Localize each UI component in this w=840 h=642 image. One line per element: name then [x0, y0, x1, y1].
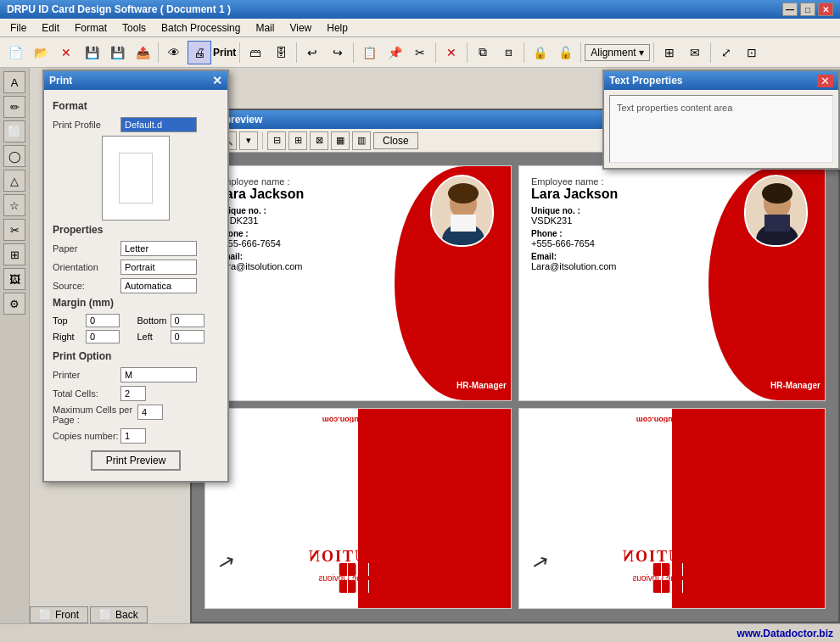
tool-cut[interactable]: ✂ [3, 219, 25, 241]
grid-button[interactable]: ⊞ [658, 41, 681, 64]
tool-image[interactable]: 🖼 [3, 268, 25, 290]
max-cells-label: Maximum Cells per Page : [53, 405, 137, 425]
email-value-1: Lara@itsolution.com [217, 261, 499, 271]
menu-file[interactable]: File [3, 20, 33, 36]
tab-front[interactable]: ⬜ Front [30, 606, 88, 623]
right-input[interactable] [86, 330, 120, 343]
bottom-input[interactable] [171, 314, 204, 327]
preview-zoom-dropdown[interactable]: ▾ [239, 131, 258, 150]
tool-text[interactable]: A [3, 71, 25, 93]
total-cells-input[interactable] [120, 386, 146, 401]
cut-button[interactable]: ✂ [408, 41, 432, 64]
printer-input[interactable] [120, 367, 197, 382]
orientation-input[interactable] [120, 260, 197, 275]
bottom-tabs: ⬜ Front ⬜ Back [30, 606, 148, 623]
delete2-button[interactable]: ✕ [440, 41, 463, 64]
top-label: Top [53, 315, 82, 326]
copies-input[interactable] [120, 428, 146, 444]
role-1: HR-Manager [456, 381, 507, 390]
alignment-dropdown[interactable]: Alignment ▾ [585, 44, 650, 61]
menu-mail[interactable]: Mail [249, 20, 281, 36]
email-button[interactable]: ✉ [683, 41, 707, 64]
properties-header: Properties [53, 224, 219, 236]
paper-label: Paper [53, 243, 120, 254]
paper-input[interactable] [120, 241, 197, 256]
print-profile-input[interactable] [120, 117, 197, 132]
paste2-button[interactable]: ⧈ [496, 41, 520, 64]
print-preview-button[interactable]: Print Preview [91, 450, 182, 471]
open-button[interactable]: 📂 [29, 41, 53, 64]
tool-grid[interactable]: ⊞ [3, 243, 25, 265]
menu-view[interactable]: View [283, 20, 318, 36]
print-dialog-title: Print ✕ [44, 71, 227, 90]
left-label: Left [137, 332, 167, 342]
source-input[interactable] [120, 278, 197, 293]
left-input[interactable] [171, 330, 204, 343]
paste-button[interactable]: 📌 [383, 41, 406, 64]
tool-settings[interactable]: ⚙ [3, 293, 25, 315]
print-dialog-close[interactable]: ✕ [212, 74, 222, 87]
print-dialog: Print ✕ Format Print Profile Properties … [42, 70, 229, 483]
tab-back[interactable]: ⬜ Back [90, 606, 148, 623]
preview-button[interactable]: 👁 [162, 41, 186, 64]
tool-star[interactable]: ☆ [3, 194, 25, 216]
main-area: A ✏ ⬜ ◯ △ ☆ ✂ ⊞ 🖼 ⚙ Print ✕ Format Print… [0, 68, 840, 623]
minimize-button[interactable]: — [782, 3, 798, 16]
sep10 [710, 42, 711, 63]
max-cells-input[interactable] [137, 405, 163, 420]
lock-button[interactable]: 🔒 [528, 41, 552, 64]
website-2: www.itsolution.com [519, 416, 825, 424]
copies-label: Copies number: [53, 431, 120, 441]
preview-view4-btn[interactable]: ▦ [331, 131, 350, 150]
top-input[interactable] [86, 314, 120, 327]
preview-close-btn[interactable]: Close [373, 132, 418, 149]
front-tab-label: Front [55, 609, 79, 621]
left-toolbar: A ✏ ⬜ ◯ △ ☆ ✂ ⊞ 🖼 ⚙ [0, 68, 30, 623]
preview-view2-btn[interactable]: ⊞ [288, 131, 307, 150]
status-bar: www.Datadoctor.biz [0, 623, 840, 642]
preview-view3-btn[interactable]: ⊠ [310, 131, 328, 150]
status-website[interactable]: www.Datadoctor.biz [736, 628, 833, 639]
sep4 [353, 42, 354, 63]
title-bar: DRPU ID Card Design Software ( Document … [0, 0, 840, 19]
print-button[interactable]: 🖨 [188, 41, 211, 64]
menu-edit[interactable]: Edit [35, 20, 66, 36]
svg-point-4 [448, 183, 479, 204]
delete-button[interactable]: ✕ [54, 41, 78, 64]
svg-rect-3 [451, 215, 476, 232]
tool-triangle[interactable]: △ [3, 170, 25, 192]
copy-button[interactable]: 📋 [357, 41, 381, 64]
new-button[interactable]: 📄 [3, 41, 27, 64]
save2-button[interactable]: 💾 [105, 41, 129, 64]
undo-button[interactable]: ↩ [300, 41, 324, 64]
tool-pencil[interactable]: ✏ [3, 96, 25, 118]
resize-button[interactable]: ⤢ [714, 41, 738, 64]
menu-batch[interactable]: Batch Processing [154, 20, 247, 36]
export-button[interactable]: 📤 [131, 41, 154, 64]
tool-rect[interactable]: ⬜ [3, 120, 25, 142]
aspect-button[interactable]: ⊡ [740, 41, 764, 64]
sep6 [467, 42, 468, 63]
format-header: Format [53, 100, 219, 112]
save-button[interactable]: 💾 [80, 41, 104, 64]
redo-button[interactable]: ↪ [326, 41, 350, 64]
unlock-button[interactable]: 🔓 [553, 41, 577, 64]
menu-format[interactable]: Format [68, 20, 114, 36]
tool-circle[interactable]: ◯ [3, 145, 25, 167]
id-card-front-1: Employee name : Lara Jackson Unique no. … [204, 165, 512, 401]
close-button[interactable]: ✕ [818, 3, 833, 16]
back-tab-label: Back [115, 609, 138, 621]
menu-tools[interactable]: Tools [115, 20, 153, 36]
preview-content: Employee name : Lara Jackson Unique no. … [192, 153, 838, 622]
text-props-close-btn[interactable]: ✕ [817, 75, 833, 87]
data-button[interactable]: 🗃 [244, 41, 267, 64]
maximize-button[interactable]: □ [800, 3, 815, 16]
preview-view5-btn[interactable]: ▥ [352, 131, 371, 150]
preview-view1-btn[interactable]: ⊟ [267, 131, 286, 150]
sep2 [239, 42, 240, 63]
menu-help[interactable]: Help [320, 20, 355, 36]
copy2-button[interactable]: ⧉ [471, 41, 495, 64]
db-button[interactable]: 🗄 [269, 41, 293, 64]
id-card-back-1: ↗ www.itsolution.com IT SOLUTION Beyond … [204, 408, 512, 610]
print-dialog-title-label: Print [49, 75, 72, 87]
